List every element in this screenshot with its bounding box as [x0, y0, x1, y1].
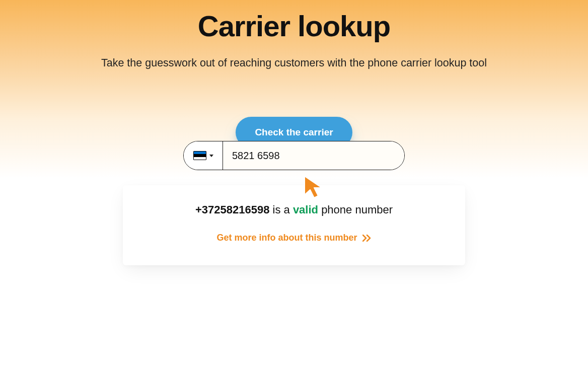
result-middle: is a	[269, 203, 292, 216]
chevron-down-icon	[209, 155, 213, 157]
page-container: Carrier lookup Take the guesswork out of…	[0, 0, 588, 372]
page-subtitle: Take the guesswork out of reaching custo…	[101, 57, 487, 69]
page-title: Carrier lookup	[198, 9, 390, 43]
result-trailing: phone number	[318, 203, 393, 216]
result-phone-number: +37258216598	[195, 203, 269, 216]
phone-number-input[interactable]	[223, 141, 404, 170]
result-valid-word: valid	[293, 203, 318, 216]
phone-input-group	[183, 69, 405, 99]
result-text: +37258216598 is a valid phone number	[133, 203, 455, 216]
country-select[interactable]	[184, 141, 223, 170]
chevron-right-double-icon	[362, 235, 372, 242]
result-card: +37258216598 is a valid phone number Get…	[123, 185, 465, 265]
more-info-link[interactable]: Get more info about this number	[216, 233, 371, 243]
estonia-flag-icon	[193, 151, 206, 160]
more-info-label: Get more info about this number	[216, 233, 357, 243]
